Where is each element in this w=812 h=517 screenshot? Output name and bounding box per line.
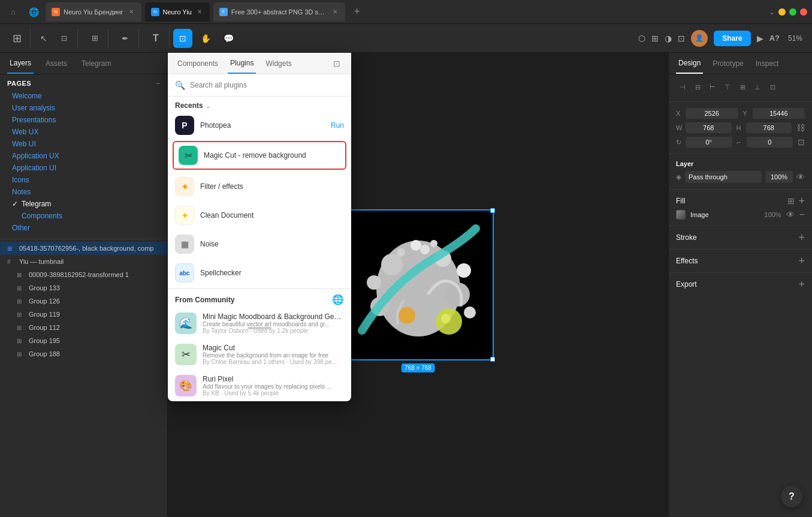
tool-frame[interactable]: ⊞ xyxy=(85,29,104,48)
page-item-telegram[interactable]: ✓Telegram xyxy=(7,198,160,210)
zoom-level[interactable]: 51% xyxy=(786,34,805,43)
tab-layers[interactable]: Layers xyxy=(7,53,34,74)
corner-value[interactable]: 0 xyxy=(747,137,793,148)
x-value[interactable]: 2526 xyxy=(686,108,738,119)
fill-grid-icon[interactable]: ⊞ xyxy=(787,196,795,206)
right-tab-inspect[interactable]: Inspect xyxy=(753,53,781,74)
tool-pen[interactable]: ✒ xyxy=(116,29,135,48)
main-menu-button[interactable]: ⊞ xyxy=(7,29,26,48)
layer-item-group112[interactable]: ⊞ Group 112 xyxy=(0,321,167,334)
canvas-handle-br[interactable] xyxy=(490,357,495,362)
fill-opacity-value[interactable]: 100% xyxy=(765,211,781,218)
align-top-icon[interactable]: ⊤ xyxy=(721,80,734,94)
page-item-notes[interactable]: Notes xyxy=(7,186,160,198)
tool-text[interactable]: T xyxy=(146,29,165,48)
y-value[interactable]: 15446 xyxy=(753,108,805,119)
page-item-other[interactable]: Other xyxy=(7,222,160,234)
page-item-presentations[interactable]: Presentations xyxy=(7,114,160,126)
corner-style-icon[interactable]: ⊡ xyxy=(798,137,805,148)
community-item-magiccut2[interactable]: ✂ Magic Cut Remove the background from a… xyxy=(168,339,351,370)
window-minimize-btn[interactable] xyxy=(778,8,786,16)
tab-assets[interactable]: Assets xyxy=(43,53,70,74)
tab-close-2[interactable]: ✕ xyxy=(195,8,204,16)
tool-move[interactable]: ↖ xyxy=(34,29,53,48)
plugin-tab-components[interactable]: Components xyxy=(175,53,221,74)
accessibility-icon[interactable]: A? xyxy=(769,34,780,43)
fill-remove-icon[interactable]: − xyxy=(799,210,805,220)
align-bottom-icon[interactable]: ⊥ xyxy=(751,80,764,94)
plugin-item-spell[interactable]: abc Spellchecker xyxy=(168,258,351,287)
window-close-btn[interactable] xyxy=(800,8,807,16)
play-button[interactable]: ▶ xyxy=(757,34,763,43)
align-center-v-icon[interactable]: ⊞ xyxy=(736,80,749,94)
tool-comment[interactable]: 💬 xyxy=(219,29,238,48)
plugin-item-noise[interactable]: ▦ Noise xyxy=(168,230,351,258)
window-chevron-icon[interactable]: ⌄ xyxy=(769,8,775,16)
community-item-ruri[interactable]: 🎨 Ruri Pixel Add flavour to your images … xyxy=(168,370,351,401)
plugin-tab-widgets[interactable]: Widgets xyxy=(263,53,294,74)
community-globe-icon[interactable]: 🌐 xyxy=(332,294,344,305)
plugin-item-filter[interactable]: ✦ Filter / effects xyxy=(168,172,351,201)
stroke-add-icon[interactable]: + xyxy=(798,232,805,243)
page-item-user-analysis[interactable]: User analysis xyxy=(7,102,160,114)
contrast-icon[interactable]: ◑ xyxy=(665,34,672,43)
effects-add-icon[interactable]: + xyxy=(798,256,805,266)
tab-free-shapes[interactable]: F Free 300+ abstract PNG 3D shapes (Com.… xyxy=(213,2,345,22)
plugin-item-magiccut[interactable]: ✂ Magic Cut - remove background xyxy=(173,141,346,170)
pages-collapse-icon[interactable]: − xyxy=(156,79,160,88)
layer-item-2[interactable]: # Yiu — tumbnail xyxy=(0,255,167,268)
tool-scale[interactable]: ⊡ xyxy=(55,29,74,48)
home-icon[interactable]: ⌂ xyxy=(5,4,22,20)
h-value[interactable]: 768 xyxy=(746,122,792,133)
plugin-panel-close-icon[interactable]: ⊡ xyxy=(330,56,344,71)
tab-close-1[interactable]: ✕ xyxy=(127,8,135,16)
w-value[interactable]: 768 xyxy=(686,122,732,133)
tab-telegram[interactable]: Telegram xyxy=(79,53,113,74)
opacity-value[interactable]: 100% xyxy=(765,171,793,183)
canvas-handle-tr[interactable] xyxy=(490,208,495,213)
rotation-value[interactable]: 0° xyxy=(686,137,732,148)
export-add-icon[interactable]: + xyxy=(798,279,805,290)
tab-close-3[interactable]: ✕ xyxy=(331,8,339,16)
right-tab-prototype[interactable]: Prototype xyxy=(710,53,745,74)
fill-visibility-icon[interactable]: 👁 xyxy=(786,210,795,220)
layer-item-1[interactable]: ⊞ 05418-3570762956-, black background, c… xyxy=(0,242,167,255)
right-tab-design[interactable]: Design xyxy=(676,53,703,74)
align-center-h-icon[interactable]: ⊟ xyxy=(691,80,704,94)
share-button[interactable]: Share xyxy=(714,31,750,46)
page-item-components[interactable]: Components xyxy=(7,210,160,222)
plugin-tab-plugins[interactable]: Plugins xyxy=(228,53,256,74)
constrain-proportions-icon[interactable]: ⛓ xyxy=(796,122,805,133)
layer-item-group126[interactable]: ⊞ Group 126 xyxy=(0,294,167,308)
layer-item-group188[interactable]: ⊞ Group 188 xyxy=(0,347,167,360)
community-item-moodboard[interactable]: 🌊 Mini Magic Moodboard & Background Gen.… xyxy=(168,308,351,339)
plugin-item-photopea[interactable]: P Photopea Run xyxy=(168,112,351,139)
page-item-application-ui[interactable]: Application UI xyxy=(7,162,160,174)
page-item-web-ui[interactable]: Web UI xyxy=(7,138,160,150)
align-left-icon[interactable]: ⊣ xyxy=(676,80,689,94)
page-item-icons[interactable]: Icons xyxy=(7,174,160,186)
crop-icon[interactable]: ⊡ xyxy=(678,34,685,43)
help-button[interactable]: ? xyxy=(781,486,802,507)
tool-hand[interactable]: ✋ xyxy=(196,29,215,48)
layer-item-group133[interactable]: ⊞ Group 133 xyxy=(0,281,167,294)
layer-item-group119[interactable]: ⊞ Group 119 xyxy=(0,308,167,321)
tab-neuro-yiu[interactable]: N Neuro Yiu ✕ xyxy=(145,2,210,22)
layer-item-3[interactable]: ⊠ 00009-3898162952-transformed 1 xyxy=(0,268,167,281)
new-tab-button[interactable]: + xyxy=(349,4,366,20)
distribute-h-icon[interactable]: ⊡ xyxy=(766,80,779,94)
fill-add-icon[interactable]: + xyxy=(798,196,805,206)
blend-mode-select[interactable]: Pass through Normal Multiply xyxy=(685,171,762,183)
page-item-application-ux[interactable]: Application UX xyxy=(7,150,160,162)
component-icon[interactable]: ⬡ xyxy=(638,34,645,43)
recents-chevron-icon[interactable]: ⌄ xyxy=(206,103,210,109)
layer-visibility-icon[interactable]: 👁 xyxy=(796,172,805,182)
search-input[interactable] xyxy=(190,81,344,89)
page-item-welcome[interactable]: Welcome xyxy=(7,90,160,102)
plugin-item-clean[interactable]: ✦ Clean Document xyxy=(168,201,351,230)
fill-image-swatch[interactable] xyxy=(676,210,686,220)
tool-select[interactable]: ⊡ xyxy=(173,29,192,48)
browser-globe-icon[interactable]: 🌐 xyxy=(25,4,42,20)
grid-icon[interactable]: ⊞ xyxy=(651,34,659,43)
page-item-web-ux[interactable]: Web UX xyxy=(7,126,160,138)
